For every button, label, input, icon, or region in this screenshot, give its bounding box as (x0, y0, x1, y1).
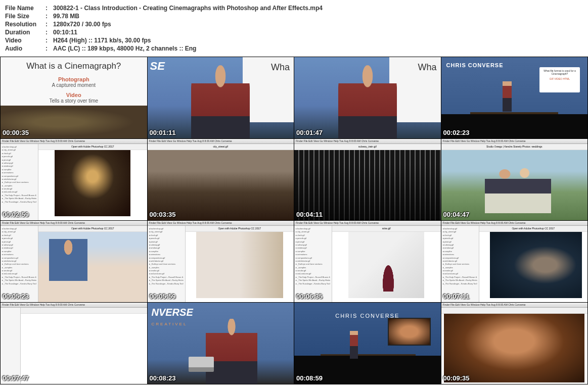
logo-subtext: CREATIVEL (152, 322, 188, 326)
preview-toolbar: Open with Adobe Photoshop CC 2017 (479, 226, 588, 232)
timestamp: 00:08:23 (150, 374, 176, 382)
video-value: H264 (High) :: 1171 kb/s, 30.00 fps (53, 36, 151, 44)
preview-content: Open with Adobe Photoshop CC 2017 (38, 144, 147, 220)
preview-content: Open with Adobe Photoshop CC 2017 (479, 226, 588, 302)
food-image (38, 232, 147, 302)
preview-toolbar: city_street.gif (148, 144, 294, 150)
preview-toolbar: wine.gif (332, 226, 441, 232)
thumbnail[interactable]: Finder File Edit View Go Window Help Tue… (1, 303, 147, 384)
video-label: Video (5, 36, 46, 44)
file-info-panel: File Name:300822-1 - Class Introduction … (0, 0, 588, 57)
timestamp: 00:07:47 (3, 374, 29, 382)
wedding-image (441, 150, 588, 220)
preview-content: Studio Owego | Kendra Stanely Photos: we… (441, 144, 588, 220)
mac-menubar: Finder File Edit View Go Window Help Tue… (441, 139, 588, 144)
cowboy-image (444, 314, 584, 382)
slide-sub: Video (66, 92, 81, 98)
preview-content: wine.gif (332, 226, 441, 302)
timestamp: 00:02:59 (3, 211, 29, 218)
subway-image (294, 150, 441, 220)
preview-content: city_street.gif (148, 144, 294, 220)
thumbnail[interactable]: Finder File Edit View Go Window Help Tue… (294, 221, 441, 302)
preview-toolbar (21, 308, 147, 314)
audio-label: Audio (5, 44, 46, 53)
timestamp: 00:09:35 (443, 374, 470, 382)
thumbnail[interactable]: CHRIS CONVERSE 00:08:59 (294, 303, 441, 384)
preview-toolbar (441, 308, 588, 314)
filesize-label: File Size (5, 12, 46, 20)
preview-toolbar: Open with Adobe Photoshop CC 2017 (186, 226, 294, 232)
presentation-screen (388, 318, 431, 346)
preview-toolbar: Open with Adobe Photoshop CC 2017 (38, 144, 147, 150)
thumbnail[interactable]: Finder File Edit View Go Window Help Tue… (441, 221, 588, 302)
mac-menubar: Finder File Edit View Go Window Help Tue… (441, 303, 588, 308)
timestamp: 00:01:47 (296, 129, 323, 136)
filename-value: 300822-1 - Class Introduction - Creating… (53, 4, 323, 12)
presenter-name: CHRIS CONVERSE (446, 62, 504, 68)
thumbnail[interactable]: Finder File Edit View Go Window Help Tue… (441, 139, 588, 220)
mac-menubar: Finder File Edit View Go Window Help Tue… (1, 221, 147, 226)
finder-sidebar: ▸ barbershop.gif▸ city_street.gif▸ clock… (1, 144, 38, 220)
filesize-value: 99.78 MB (53, 12, 79, 20)
thumbnail[interactable]: Wha 00:01:47 (294, 57, 441, 138)
mac-menubar: Finder File Edit View Go Window Help Tue… (441, 221, 588, 226)
presenter-figure (206, 319, 257, 384)
finder-sidebar (1, 308, 21, 384)
mac-menubar: Finder File Edit View Go Window Help Tue… (294, 221, 441, 226)
timestamp: 00:07:11 (443, 293, 470, 300)
preview-toolbar: Open with Adobe Photoshop CC 2017 (38, 226, 147, 232)
mac-menubar: Finder File Edit View Go Window Help Tue… (1, 139, 147, 144)
thumbnail[interactable]: What is a Cinemagraph? Photograph A capt… (1, 57, 147, 138)
timestamp: 00:01:11 (150, 129, 176, 136)
timestamp: 00:02:23 (443, 129, 470, 136)
presenter-figure (191, 65, 250, 138)
timestamp: 00:05:59 (150, 293, 176, 300)
thumbnail[interactable]: Finder File Edit View Go Window Help Tue… (1, 221, 147, 302)
laptop-icon (189, 357, 214, 372)
slide-sub: Tells a story over time (49, 98, 98, 104)
preview-toolbar: Studio Owego | Kendra Stanely Photos: we… (441, 144, 588, 150)
owl-image (490, 232, 582, 298)
room-image (196, 232, 283, 298)
thumbnail[interactable]: Finder File Edit View Go Window Help Tue… (148, 139, 294, 220)
preview-content (441, 308, 588, 384)
preview-toolbar: subway_train.gif (294, 144, 441, 150)
timestamp: 00:03:35 (150, 211, 176, 218)
mac-menubar: Finder File Edit View Go Window Help Tue… (1, 303, 147, 308)
thumbnail[interactable]: Finder File Edit View Go Window Help Tue… (148, 221, 294, 302)
mac-menubar: Finder File Edit View Go Window Help Tue… (148, 221, 294, 226)
desk (321, 354, 416, 356)
finder-sidebar: ▸ barbershop.gif▸ city_street.gif▸ clock… (294, 226, 332, 302)
finder-sidebar: ▸ barbershop.gif▸ city_street.gif▸ clock… (148, 226, 186, 302)
wine-image (348, 232, 424, 298)
slide-text: Wha (271, 62, 290, 73)
slide-text: Wha (418, 62, 436, 73)
thumbnail[interactable]: Finder File Edit View Go Window Help Tue… (441, 303, 588, 384)
thumbnail[interactable]: Finder File Edit View Go Window Help Tue… (294, 139, 441, 220)
logo-fragment: NVERSE (152, 307, 193, 318)
thumbnail-grid: What is a Cinemagraph? Photograph A capt… (0, 57, 588, 384)
timestamp: 00:05:23 (3, 293, 29, 300)
finder-sidebar: ▸ barbershop.gif▸ city_street.gif▸ clock… (441, 226, 479, 302)
duration-value: 00:10:11 (53, 28, 77, 36)
slide-sub: A captured moment (52, 82, 96, 88)
slide-title: What is a Cinemagraph? (26, 61, 121, 71)
timestamp: 00:04:11 (296, 211, 323, 218)
mac-menubar: Finder File Edit View Go Window Help Tue… (294, 139, 441, 144)
thumbnail[interactable]: NVERSE CREATIVEL 00:08:23 (148, 303, 294, 384)
finder-sidebar: ▸ barbershop.gif▸ city_street.gif▸ clock… (1, 226, 38, 302)
thumbnail[interactable]: CHRIS CONVERSE What file format is used … (441, 57, 588, 138)
timestamp: 00:04:47 (443, 211, 470, 218)
logo-fragment: SE (150, 60, 165, 73)
resolution-label: Resolution (5, 20, 46, 28)
presentation-screen: What file format is used for a Cinemagra… (539, 67, 580, 92)
audio-value: AAC (LC) :: 189 kbps, 48000 Hz, 2 channe… (53, 44, 196, 53)
thumbnail[interactable]: Finder File Edit View Go Window Help Tue… (1, 139, 147, 220)
presenter-figure (350, 331, 358, 359)
preview-content: subway_train.gif (294, 144, 441, 220)
mac-menubar: Finder File Edit View Go Window Help Tue… (148, 139, 294, 144)
resolution-value: 1280x720 / 30.00 fps (53, 20, 111, 28)
thumbnail[interactable]: SE Wha 00:01:11 (148, 57, 294, 138)
duration-label: Duration (5, 28, 46, 36)
timestamp: 00:00:35 (3, 129, 29, 136)
